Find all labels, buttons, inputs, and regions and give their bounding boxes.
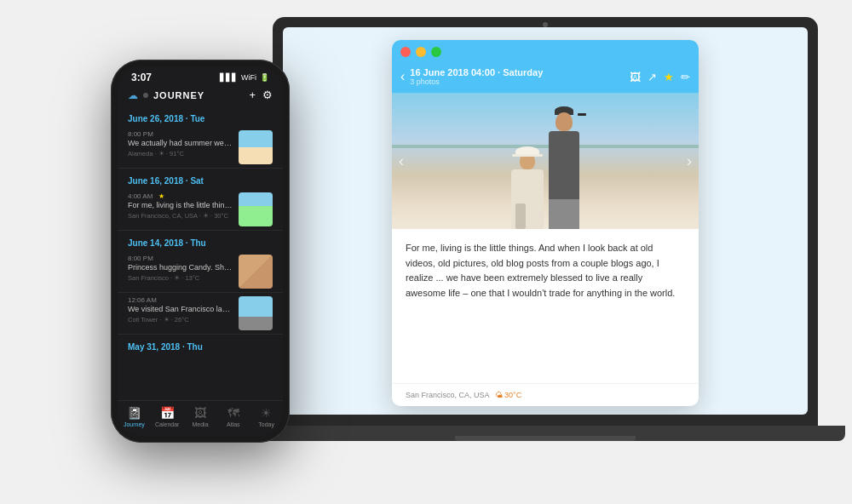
entry-date-label-2: June 16, 2018 · Sat	[128, 176, 204, 186]
entry-text-4: We visited San Francisco last year, but …	[128, 305, 233, 315]
mac-photo-area: ‹ ›	[392, 93, 699, 229]
phone-time: 3:07	[131, 72, 152, 83]
entry-time-2: 4:00 AM ★	[128, 192, 233, 200]
mac-entry-icons: 🖼 ↗ ★ ✏	[630, 71, 690, 83]
phone: 3:07 ▋▋▋ WiFi 🔋 ☁ JOURNEY + ⚙ June 26	[111, 60, 290, 443]
phone-header-left: ☁ JOURNEY	[128, 89, 204, 101]
phone-app-name: JOURNEY	[153, 90, 204, 100]
entry-date-group-2: June 16, 2018 · Sat	[118, 169, 283, 189]
entry-text-1: We actually had summer weather today! We…	[128, 139, 233, 149]
phone-header-right: + ⚙	[249, 89, 273, 101]
tab-today-label: Today	[258, 421, 274, 427]
male-head	[556, 112, 573, 131]
mac-minimize-button[interactable]	[416, 47, 426, 57]
tab-atlas-icon: 🗺	[227, 406, 239, 420]
entry-thumb-2	[239, 192, 273, 226]
entry-item-2[interactable]: 4:00 AM ★ For me, living is the little t…	[118, 189, 283, 231]
phone-battery-icon: 🔋	[260, 73, 269, 82]
phone-entries: June 26, 2018 · Tue 8:00 PM We actually …	[118, 106, 283, 400]
phone-cloud-icon: ☁	[128, 89, 138, 101]
phone-settings-button[interactable]: ⚙	[262, 89, 273, 101]
mac-edit-icon[interactable]: ✏	[681, 71, 690, 83]
tab-calendar-icon: 📅	[160, 406, 175, 420]
tab-calendar-label: Calendar	[155, 421, 179, 427]
photo-couple	[511, 106, 579, 229]
mac-fullscreen-button[interactable]	[431, 47, 441, 57]
phone-wifi-icon: WiFi	[241, 73, 256, 82]
entry-item-1[interactable]: 8:00 PM We actually had summer weather t…	[118, 127, 283, 169]
phone-status-icons: ▋▋▋ WiFi 🔋	[220, 73, 269, 82]
mac-weather: 🌤 30°C	[495, 391, 522, 399]
entry-thumb-3	[239, 255, 273, 289]
entry-star-2: ★	[158, 192, 164, 200]
person-female	[511, 146, 544, 229]
entry-thumb-1	[239, 130, 273, 164]
phone-header: ☁ JOURNEY + ⚙	[118, 85, 283, 106]
entry-date-group-4: May 31, 2018 · Thu	[118, 335, 283, 355]
entry-item-content-3: 8:00 PM Princess hugging Candy. She was …	[128, 255, 233, 289]
photo-prev-button[interactable]: ‹	[399, 152, 404, 170]
female-hat	[515, 146, 539, 157]
entry-thumb-4	[239, 296, 273, 330]
entry-item-3[interactable]: 8:00 PM Princess hugging Candy. She was …	[118, 251, 283, 293]
mac-footer: San Francisco, CA, USA 🌤 30°C	[392, 383, 699, 406]
entry-text-3: Princess hugging Candy. She was docile a…	[128, 263, 233, 273]
thumb-person-image	[239, 192, 273, 226]
mac-back-button[interactable]: ‹	[400, 69, 405, 84]
tab-media-label: Media	[192, 421, 208, 427]
laptop: ‹ 16 June 2018 04:00 · Saturday 3 photos…	[273, 17, 818, 460]
entry-meta-2: San Francisco, CA, USA · ☀ · 30°C	[128, 212, 233, 220]
entry-text-2: For me, living is the little things. And…	[128, 201, 233, 211]
phone-status-bar: 3:07 ▋▋▋ WiFi 🔋	[118, 66, 283, 85]
entry-time-3: 8:00 PM	[128, 255, 233, 262]
tab-atlas[interactable]: 🗺 Atlas	[216, 406, 250, 427]
entry-time-4: 12:06 AM	[128, 296, 233, 304]
mac-titlebar	[392, 40, 699, 64]
mac-entry-left: ‹ 16 June 2018 04:00 · Saturday 3 photos	[400, 67, 543, 86]
thumb-beach-image	[239, 130, 273, 164]
entry-date-group-1: June 26, 2018 · Tue	[118, 106, 283, 127]
female-body	[511, 169, 544, 229]
mac-app-window: ‹ 16 June 2018 04:00 · Saturday 3 photos…	[392, 40, 699, 406]
mac-entry-photos: 3 photos	[410, 77, 543, 86]
mac-share-icon[interactable]: ↗	[648, 71, 657, 83]
phone-add-button[interactable]: +	[249, 89, 256, 101]
entry-item-4[interactable]: 12:06 AM We visited San Francisco last y…	[118, 293, 283, 335]
entry-meta-3: San Francisco · ☀ · 13°C	[128, 274, 233, 282]
entry-date-label-1: June 26, 2018 · Tue	[128, 114, 204, 123]
phone-tab-bar: 📓 Journey 📅 Calendar 🖼 Media 🗺 Atlas ☀ T…	[118, 400, 283, 436]
entry-date-label-4: May 31, 2018 · Thu	[128, 342, 203, 352]
thumb-cat-image	[239, 255, 273, 289]
tab-journey-icon: 📓	[127, 406, 141, 420]
tab-atlas-label: Atlas	[227, 421, 240, 427]
mac-entry-date: 16 June 2018 04:00 · Saturday	[410, 67, 543, 77]
entry-item-content-4: 12:06 AM We visited San Francisco last y…	[128, 296, 233, 330]
thumb-sf-image	[239, 296, 273, 330]
mac-photo-icon[interactable]: 🖼	[630, 71, 641, 83]
mac-star-icon[interactable]: ★	[664, 71, 674, 83]
tab-calendar[interactable]: 📅 Calendar	[151, 406, 184, 427]
person-male	[549, 106, 579, 229]
entry-date-label-3: June 14, 2018 · Thu	[128, 238, 206, 248]
phone-screen: 3:07 ▋▋▋ WiFi 🔋 ☁ JOURNEY + ⚙ June 26	[118, 66, 283, 436]
tab-journey-label: Journey	[124, 421, 145, 427]
tab-media-icon: 🖼	[194, 406, 206, 420]
entry-item-content-2: 4:00 AM ★ For me, living is the little t…	[128, 192, 233, 226]
mac-entry-header: ‹ 16 June 2018 04:00 · Saturday 3 photos…	[392, 64, 699, 93]
tab-today-icon: ☀	[261, 406, 272, 420]
entry-date-group-3: June 14, 2018 · Thu	[118, 231, 283, 251]
mac-close-button[interactable]	[400, 47, 411, 57]
mac-journal-text: For me, living is the little things. And…	[406, 241, 685, 301]
laptop-screen: ‹ 16 June 2018 04:00 · Saturday 3 photos…	[283, 27, 808, 415]
mac-location: San Francisco, CA, USA	[406, 391, 490, 399]
tab-journey[interactable]: 📓 Journey	[118, 406, 151, 427]
entry-item-content-1: 8:00 PM We actually had summer weather t…	[128, 130, 233, 164]
phone-signal-icon: ▋▋▋	[220, 73, 238, 82]
photo-next-button[interactable]: ›	[687, 152, 692, 170]
tab-today[interactable]: ☀ Today	[250, 406, 283, 427]
laptop-body: ‹ 16 June 2018 04:00 · Saturday 3 photos…	[273, 17, 818, 426]
laptop-base	[245, 426, 845, 441]
entry-meta-4: Coit Tower · ☀ · 26°C	[128, 316, 233, 324]
male-body	[549, 131, 579, 199]
tab-media[interactable]: 🖼 Media	[184, 406, 217, 427]
